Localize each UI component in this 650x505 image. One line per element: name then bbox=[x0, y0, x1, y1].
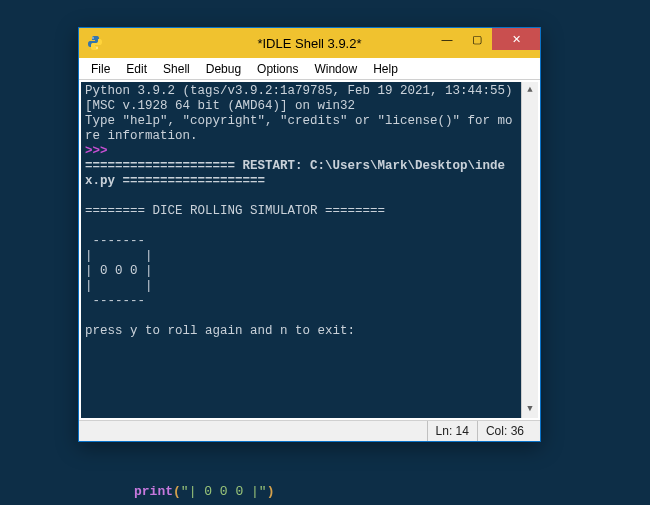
menu-debug[interactable]: Debug bbox=[198, 60, 249, 78]
idle-shell-window: *IDLE Shell 3.9.2* — ▢ ✕ File Edit Shell… bbox=[78, 27, 541, 442]
minimize-button[interactable]: — bbox=[432, 28, 462, 50]
restart-line: ==================== RESTART: C:\Users\M… bbox=[85, 159, 505, 188]
svg-point-1 bbox=[96, 47, 97, 48]
menubar: File Edit Shell Debug Options Window Hel… bbox=[79, 58, 540, 80]
python-icon bbox=[87, 35, 103, 51]
menu-file[interactable]: File bbox=[83, 60, 118, 78]
shell-prompt: >>> bbox=[85, 144, 115, 158]
titlebar[interactable]: *IDLE Shell 3.9.2* — ▢ ✕ bbox=[79, 28, 540, 58]
menu-shell[interactable]: Shell bbox=[155, 60, 198, 78]
python-version-header: Python 3.9.2 (tags/v3.9.2:1a79785, Feb 1… bbox=[85, 84, 520, 143]
statusbar: Ln: 14 Col: 36 bbox=[79, 420, 540, 441]
shell-output[interactable]: Python 3.9.2 (tags/v3.9.2:1a79785, Feb 1… bbox=[81, 82, 521, 418]
program-output: ======== DICE ROLLING SIMULATOR ========… bbox=[85, 204, 385, 338]
scroll-down-icon[interactable]: ▼ bbox=[527, 401, 532, 418]
status-line: Ln: 14 bbox=[427, 421, 477, 441]
svg-point-0 bbox=[92, 37, 93, 38]
menu-window[interactable]: Window bbox=[306, 60, 365, 78]
vertical-scrollbar[interactable]: ▲ ▼ bbox=[521, 82, 538, 418]
maximize-button[interactable]: ▢ bbox=[462, 28, 492, 50]
status-column: Col: 36 bbox=[477, 421, 532, 441]
close-button[interactable]: ✕ bbox=[492, 28, 540, 50]
menu-options[interactable]: Options bbox=[249, 60, 306, 78]
scroll-up-icon[interactable]: ▲ bbox=[527, 82, 532, 99]
menu-help[interactable]: Help bbox=[365, 60, 406, 78]
menu-edit[interactable]: Edit bbox=[118, 60, 155, 78]
